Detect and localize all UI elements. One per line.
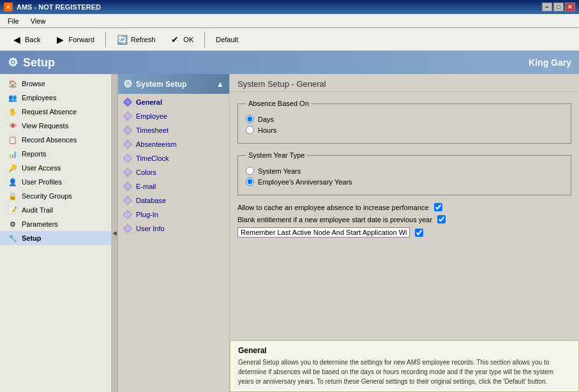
forward-icon: ▶	[54, 34, 66, 45]
nav-collapse-handle[interactable]: ◀	[112, 74, 118, 392]
minimize-button[interactable]: −	[542, 3, 552, 11]
setup-panel-header: ⚙ System Setup ▲	[118, 74, 229, 94]
footer-text: General Setup allows you to determine th…	[238, 358, 571, 386]
sidebar-item-audit-trail[interactable]: 📝 Audit Trail	[0, 203, 111, 217]
footer-title: General	[238, 346, 571, 355]
timesheet-diamond-icon	[123, 126, 132, 135]
refresh-icon: 🔄	[117, 34, 128, 45]
toolbar-separator-1	[105, 32, 106, 47]
security-groups-icon: 🔒	[8, 191, 18, 201]
sidebar-item-user-access[interactable]: 🔑 User Access	[0, 161, 111, 175]
blank-entitlement-checkbox[interactable]	[437, 215, 446, 223]
blank-entitlement-label: Blank entitlement if a new employee star…	[237, 216, 432, 223]
content-body: Absence Based On Days Hours System Year …	[230, 92, 579, 340]
window-title: AMS - NOT REGISTERED	[17, 3, 101, 11]
audit-trail-icon: 📝	[8, 205, 18, 215]
setup-panel-items: General Employee Timesheet Absenteeism T…	[118, 94, 229, 237]
general-diamond-icon	[123, 98, 132, 107]
absence-hours-label[interactable]: Hours	[258, 126, 276, 134]
setup-item-email[interactable]: E-mail	[118, 179, 229, 193]
plugin-diamond-icon	[123, 210, 132, 219]
setup-item-timesheet[interactable]: Timesheet	[118, 123, 229, 137]
toolbar-separator-2	[204, 32, 205, 47]
setup-item-employee[interactable]: Employee	[118, 109, 229, 123]
blank-entitlement-checkbox-row: Blank entitlement if a new employee star…	[237, 215, 571, 223]
setup-item-userinfo[interactable]: User Info	[118, 222, 229, 236]
cache-checkbox[interactable]	[434, 203, 442, 211]
title-bar: A AMS - NOT REGISTERED − □ ✕	[0, 0, 579, 14]
app-icon: A	[4, 3, 13, 11]
absenteeism-diamond-icon	[123, 140, 132, 149]
record-absences-icon: 📋	[8, 135, 18, 145]
main-layout: 🏠 Browse 👥 Employees ✋ Request Absence 👁…	[0, 74, 579, 392]
sidebar-item-setup[interactable]: 🔧 Setup	[0, 231, 111, 245]
absence-days-row: Days	[246, 115, 563, 123]
email-diamond-icon	[123, 182, 132, 191]
absence-days-radio[interactable]	[246, 115, 254, 123]
sidebar-item-view-requests[interactable]: 👁 View Requests	[0, 119, 111, 133]
view-requests-icon: 👁	[8, 121, 18, 131]
sidebar-item-user-profiles[interactable]: 👤 User Profiles	[0, 175, 111, 189]
browse-icon: 🏠	[8, 79, 18, 89]
system-years-radio[interactable]	[246, 167, 254, 175]
sidebar-item-reports[interactable]: 📊 Reports	[0, 147, 111, 161]
setup-item-plugin[interactable]: Plug-In	[118, 207, 229, 222]
menu-bar: File View	[0, 14, 579, 28]
maximize-button[interactable]: □	[553, 3, 564, 11]
setup-item-database[interactable]: Database	[118, 193, 229, 207]
setup-item-general[interactable]: General	[118, 95, 229, 109]
menu-view[interactable]: View	[26, 16, 51, 26]
sidebar-item-request-absence[interactable]: ✋ Request Absence	[0, 105, 111, 119]
timeclock-diamond-icon	[123, 154, 132, 163]
info-footer: General General Setup allows you to dete…	[230, 340, 579, 392]
anniversary-years-label[interactable]: Employee's Anniversary Years	[258, 178, 352, 186]
setup-item-timeclock[interactable]: TimeClock	[118, 151, 229, 165]
colors-diamond-icon	[123, 168, 132, 177]
employees-icon: 👥	[8, 93, 18, 103]
setup-icon: 🔧	[8, 233, 18, 243]
system-years-label[interactable]: System Years	[258, 167, 301, 175]
reports-icon: 📊	[8, 149, 18, 159]
user-profiles-icon: 👤	[8, 177, 18, 187]
remember-node-input[interactable]	[237, 227, 410, 237]
forward-button[interactable]: ▶ Forward	[49, 31, 100, 48]
content-header: System Setup - General	[230, 74, 579, 92]
setup-item-colors[interactable]: Colors	[118, 165, 229, 179]
parameters-icon: ⚙	[8, 219, 18, 229]
anniversary-years-radio[interactable]	[246, 177, 254, 186]
left-nav: 🏠 Browse 👥 Employees ✋ Request Absence 👁…	[0, 74, 112, 392]
menu-file[interactable]: File	[3, 16, 24, 26]
page-title: System Setup - General	[237, 79, 326, 89]
sidebar-item-browse[interactable]: 🏠 Browse	[0, 77, 111, 91]
absence-hours-row: Hours	[246, 126, 563, 134]
back-icon: ◀	[11, 34, 22, 45]
setup-gear-icon: ⚙	[8, 56, 18, 70]
header-title: Setup	[23, 56, 55, 70]
remember-node-checkbox[interactable]	[415, 229, 423, 237]
sidebar-item-employees[interactable]: 👥 Employees	[0, 91, 111, 105]
setup-panel-title: System Setup	[136, 80, 186, 89]
absence-hours-radio[interactable]	[246, 126, 254, 134]
toolbar: ◀ Back ▶ Forward 🔄 Refresh ✔ OK Default	[0, 28, 579, 51]
sidebar-item-record-absences[interactable]: 📋 Record Absences	[0, 133, 111, 147]
ok-button[interactable]: ✔ OK	[163, 31, 199, 48]
system-years-row: System Years	[246, 167, 563, 175]
employee-diamond-icon	[123, 112, 132, 121]
ok-icon: ✔	[169, 34, 181, 45]
setup-panel: ⚙ System Setup ▲ General Employee Timesh…	[118, 74, 230, 392]
sidebar-item-security-groups[interactable]: 🔒 Security Groups	[0, 189, 111, 203]
close-button[interactable]: ✕	[565, 3, 575, 11]
setup-panel-collapse-icon[interactable]: ▲	[216, 80, 224, 89]
system-year-type-group: System Year Type System Years Employee's…	[237, 151, 571, 195]
sidebar-item-parameters[interactable]: ⚙ Parameters	[0, 217, 111, 231]
setup-item-absenteeism[interactable]: Absenteeism	[118, 137, 229, 151]
absence-days-label[interactable]: Days	[258, 116, 274, 123]
collapse-arrow-icon: ◀	[112, 230, 117, 236]
cache-checkbox-row: Allow to cache an employee absence to in…	[237, 203, 571, 211]
refresh-button[interactable]: 🔄 Refresh	[111, 31, 162, 48]
request-absence-icon: ✋	[8, 107, 18, 117]
absence-legend: Absence Based On	[246, 100, 312, 107]
default-button[interactable]: Default	[210, 33, 244, 46]
back-button[interactable]: ◀ Back	[5, 31, 46, 48]
setup-panel-gear-icon: ⚙	[123, 78, 132, 90]
